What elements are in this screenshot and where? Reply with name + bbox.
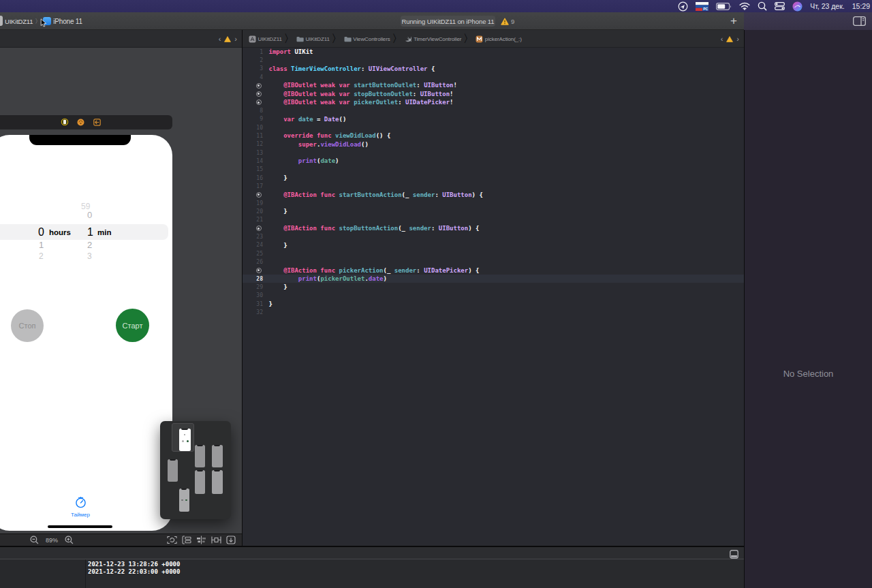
code-line[interactable]: 22 @IBAction func stopButtonAction(_ sen… — [243, 224, 744, 232]
minimap-scene-thumbnail[interactable] — [212, 445, 223, 467]
code-line[interactable]: 26 — [243, 258, 744, 266]
code-line[interactable]: 15 — [243, 166, 744, 174]
ib-forward-button[interactable]: › — [234, 35, 237, 43]
zoom-in-button[interactable] — [65, 536, 74, 544]
code-back-button[interactable]: ‹ — [721, 35, 723, 43]
breadcrumb-item[interactable]: UIKitDZ11 — [249, 35, 282, 43]
control-center-icon[interactable] — [775, 2, 785, 10]
first-responder-icon[interactable] — [77, 117, 84, 129]
code-line[interactable]: 30 — [243, 292, 744, 300]
minimap-scene-thumbnail[interactable] — [195, 470, 205, 494]
breadcrumb-item[interactable]: pickerAction(_:) — [476, 35, 521, 43]
code-line[interactable]: 12 super.viewDidLoad() — [243, 140, 744, 149]
code-line[interactable]: 10 — [243, 123, 744, 131]
picker-min-label: min — [97, 228, 111, 236]
connection-well-icon[interactable] — [256, 192, 262, 198]
inspector-toggle-button[interactable] — [853, 16, 866, 29]
code-line[interactable]: 17 — [243, 182, 744, 190]
breadcrumbs: UIKitDZ11〉UIKitDZ11〉ViewControllers〉Time… — [249, 30, 522, 48]
code-line[interactable]: 28 print(pickerOutlet.date) — [243, 275, 744, 283]
code-line[interactable]: 32 — [243, 308, 744, 316]
code-line[interactable]: 19 — [243, 199, 744, 207]
code-line[interactable]: 27 @IBAction func pickerAction(_ sender:… — [243, 266, 744, 275]
connection-well-icon[interactable] — [256, 226, 262, 231]
warning-issues-badge[interactable]: 9 — [501, 16, 514, 27]
code-line[interactable]: 9 var date = Date() — [243, 115, 744, 123]
exit-segue-icon[interactable] — [93, 117, 101, 129]
code-line[interactable]: 18 @IBAction func startButtonAction(_ se… — [243, 191, 744, 199]
scheme-menu[interactable]: UIKitDZ11 — [5, 18, 33, 25]
connection-well-icon[interactable] — [256, 268, 262, 273]
embed-in-stack-button[interactable] — [182, 536, 191, 544]
debug-console[interactable]: 2021-12-23 13:28:26 +0000 2021-12-22 22:… — [0, 559, 744, 588]
breadcrumb-item[interactable]: UIKitDZ11 — [296, 36, 330, 42]
storyboard-canvas[interactable]: 59 0 0 hours 1 min 1 2 2 3 — [0, 48, 242, 533]
stop-button[interactable]: Стоп — [11, 309, 44, 342]
start-button[interactable]: Старт — [116, 309, 149, 342]
iphone-scene[interactable]: 59 0 0 hours 1 min 1 2 2 3 — [0, 135, 172, 531]
code-line[interactable]: 23 — [243, 232, 744, 241]
code-text: print(pickerOutlet.date) — [269, 275, 387, 282]
code-line[interactable]: 4 — [243, 73, 744, 81]
code-line[interactable]: 16 } — [243, 174, 744, 182]
zoom-out-button[interactable] — [30, 536, 39, 544]
add-constraints-button[interactable] — [211, 536, 221, 544]
minimap-scene-thumbnail[interactable] — [195, 445, 205, 467]
minimap-scene-thumbnail[interactable] — [179, 489, 189, 512]
code-issue-icon[interactable] — [726, 36, 733, 42]
breadcrumb-item[interactable]: ViewControllers — [344, 36, 390, 42]
code-line[interactable]: 31} — [243, 300, 744, 308]
location-icon[interactable] — [678, 1, 688, 12]
zoom-level[interactable]: 89% — [46, 537, 58, 544]
code-line[interactable]: 7 @IBOutlet weak var pickerOutlet: UIDat… — [243, 98, 744, 106]
inspector-panel: No Selection — [745, 30, 872, 588]
code-line[interactable]: 2 — [243, 56, 744, 64]
align-button[interactable] — [196, 536, 206, 544]
variables-view[interactable] — [0, 559, 86, 588]
library-button[interactable]: + — [726, 12, 741, 30]
code-line[interactable]: 5 @IBOutlet weak var startButtonOutlet: … — [243, 81, 744, 89]
code-line[interactable]: 24 } — [243, 241, 744, 249]
spotlight-icon[interactable] — [758, 1, 767, 11]
minimap-scene-thumbnail[interactable] — [168, 459, 178, 482]
keyboard-layout-ru-icon[interactable]: РС — [696, 2, 708, 11]
code-text: override func viewDidLoad() { — [269, 132, 391, 139]
minimap-selected-scene[interactable] — [172, 423, 194, 452]
timer-icon — [75, 497, 87, 508]
ib-issue-icon[interactable] — [224, 36, 231, 42]
run-destination-menu[interactable]: iPhone 11 — [53, 18, 82, 25]
siri-icon[interactable] — [792, 1, 803, 12]
activity-viewer[interactable]: Running UIKitDZ11 on iPhone 11 — [401, 16, 495, 27]
battery-icon[interactable] — [716, 3, 732, 10]
view-controller-icon[interactable] — [61, 117, 69, 129]
wifi-icon[interactable] — [739, 2, 750, 10]
connection-well-icon[interactable] — [256, 91, 262, 97]
picker-hours-value: 0 — [38, 226, 44, 238]
line-number: 31 — [243, 301, 263, 307]
code-line[interactable]: 13 — [243, 149, 744, 157]
code-line[interactable]: 20 } — [243, 207, 744, 215]
ib-back-button[interactable]: ‹ — [219, 35, 221, 43]
menu-bar-clock[interactable]: 15:29 — [852, 2, 870, 10]
code-line[interactable]: 8 — [243, 106, 744, 114]
tab-bar-item-timer[interactable]: Таймер — [53, 497, 108, 518]
code-line[interactable]: 11 override func viewDidLoad() { — [243, 131, 744, 140]
code-line[interactable]: 1import UIKit — [243, 48, 744, 56]
connection-well-icon[interactable] — [256, 83, 262, 89]
minimap-scene-thumbnail[interactable] — [212, 470, 223, 494]
source-editor[interactable]: 1import UIKit23class TimerViewController… — [243, 48, 744, 546]
resolve-autolayout-button[interactable] — [226, 536, 236, 544]
code-line[interactable]: 21 — [243, 216, 744, 224]
code-line[interactable]: 3class TimerViewController: UIViewContro… — [243, 65, 744, 73]
menu-bar-date[interactable]: Чт, 23 дек. — [810, 2, 845, 10]
code-line[interactable]: 6 @IBOutlet weak var stopButtonOutlet: U… — [243, 90, 744, 98]
code-line[interactable]: 29 } — [243, 283, 744, 291]
code-forward-button[interactable]: › — [736, 35, 739, 43]
code-line[interactable]: 25 — [243, 249, 744, 258]
breadcrumb-item[interactable]: TimerViewController — [405, 35, 462, 43]
connection-well-icon[interactable] — [256, 99, 262, 105]
line-number: 10 — [243, 125, 263, 131]
code-line[interactable]: 14 print(date) — [243, 157, 744, 165]
storyboard-minimap[interactable] — [160, 421, 231, 519]
update-frames-button[interactable] — [167, 536, 177, 544]
